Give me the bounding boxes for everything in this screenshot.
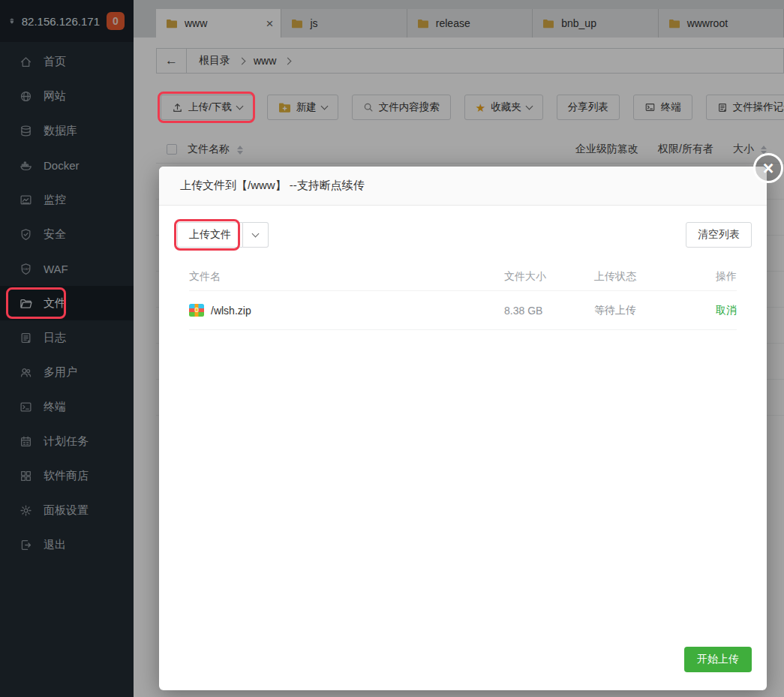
chevron-down-icon	[252, 230, 260, 238]
clear-list-button[interactable]: 清空列表	[686, 222, 752, 248]
upload-list: 文件名 文件大小 上传状态 操作 /wlsh.zip 8	[189, 263, 737, 330]
file-name-cell: /wlsh.zip	[189, 304, 504, 317]
upload-split-button: 上传文件	[177, 222, 269, 248]
file-name: /wlsh.zip	[211, 305, 251, 317]
col-action: 操作	[699, 270, 737, 284]
upload-dialog-title: 上传文件到【/www】 --支持断点续传	[159, 167, 767, 206]
upload-row: /wlsh.zip 8.38 GB 等待上传 取消	[189, 291, 737, 330]
upload-file-button[interactable]: 上传文件	[177, 222, 243, 248]
file-size: 8.38 GB	[504, 305, 594, 317]
upload-status: 等待上传	[594, 304, 699, 317]
start-upload-button[interactable]: 开始上传	[684, 647, 752, 672]
col-filesize: 文件大小	[504, 270, 594, 284]
cancel-link[interactable]: 取消	[699, 304, 737, 317]
upload-options-button[interactable]	[243, 222, 269, 248]
archive-icon	[189, 304, 204, 317]
col-filename: 文件名	[189, 270, 504, 284]
col-status: 上传状态	[594, 270, 699, 284]
upload-dialog: 上传文件到【/www】 --支持断点续传 上传文件 清空列表 文件名 文件大小 …	[159, 167, 767, 690]
upload-list-header: 文件名 文件大小 上传状态 操作	[189, 263, 737, 291]
upload-dialog-toolbar: 上传文件 清空列表	[177, 222, 752, 248]
close-icon[interactable]: ×	[753, 153, 783, 183]
